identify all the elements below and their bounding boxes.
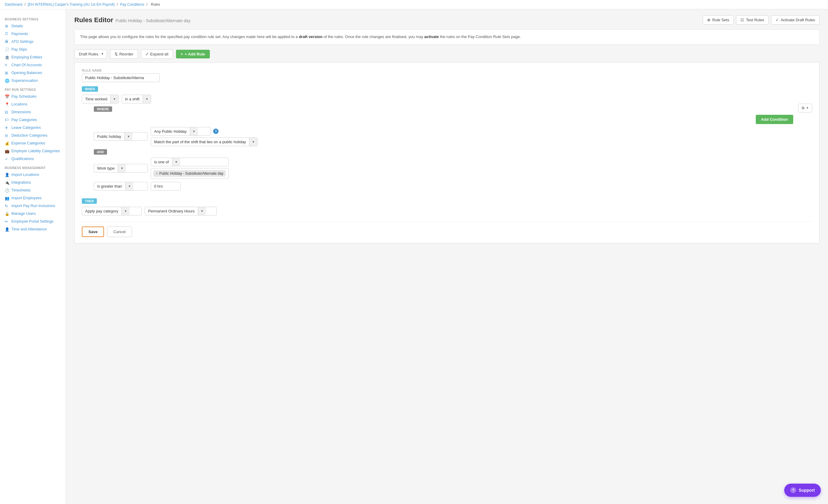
work-type-select[interactable]: Work type <box>94 164 118 172</box>
sidebar-item-import-locations[interactable]: 👤 Import Locations <box>0 171 66 179</box>
breadcrumb-training[interactable]: [EH INTERNAL] Casper's Training (AU 1st … <box>28 2 115 7</box>
apply-pay-category-arrow[interactable]: ▼ <box>121 207 129 215</box>
when-section: WHEN Time worked ▼ <box>82 86 812 193</box>
sidebar-item-import-pay-run[interactable]: ↻ Import Pay Run Inclusions <box>0 202 66 210</box>
pay-slips-icon: 📄 <box>5 47 9 51</box>
add-condition-button[interactable]: Add Condition <box>756 115 793 124</box>
any-public-holiday-select[interactable]: Any Public Holiday <box>151 127 190 135</box>
sidebar-item-dimensions[interactable]: ⊟ Dimensions <box>0 108 66 116</box>
sidebar-item-import-employees[interactable]: 👥 Import Employees <box>0 194 66 202</box>
permanent-ordinary-select[interactable]: Permanent Ordinary Hours <box>145 207 198 215</box>
rule-card: Rule name WHEN Time worked <box>74 62 820 243</box>
public-holiday-select-wrapper[interactable]: Public holiday ▼ <box>94 132 148 141</box>
sidebar-item-expense-categories[interactable]: 💰 Expense Categories <box>0 139 66 147</box>
add-rule-button[interactable]: + + Add Rule <box>176 50 210 58</box>
work-type-select-wrapper[interactable]: Work type ▼ <box>94 164 148 173</box>
content-area: Rules Editor Public Holiday - Substitute… <box>66 9 828 504</box>
sidebar-item-deduction-categories[interactable]: ⊖ Deduction Categories <box>0 132 66 139</box>
sidebar-item-employing-entities[interactable]: 🏦 Employing Entities <box>0 53 66 61</box>
page-subtitle: Public Holiday - Substitute/Alternate da… <box>116 18 191 23</box>
sidebar-item-chart-of-accounts[interactable]: ≡ Chart Of Accounts <box>0 61 66 69</box>
draft-rules-button[interactable]: Draft Rules ▼ <box>74 49 107 59</box>
when-condition-row: Time worked ▼ in a shift ▼ <box>82 95 793 103</box>
sidebar-item-qualifications[interactable]: ✓ Qualifications <box>0 155 66 163</box>
sidebar-item-integrations[interactable]: 🔌 Integrations <box>0 179 66 186</box>
expense-icon: 💰 <box>5 141 9 145</box>
activate-draft-rules-button[interactable]: ✓ Activate Draft Rules <box>771 15 820 25</box>
sidebar-item-pay-categories[interactable]: 🏷 Pay Categories <box>0 116 66 124</box>
rule-sets-button[interactable]: ⊕ Rule Sets <box>703 15 734 25</box>
sidebar-item-ato-settings[interactable]: 🏛 ATO Settings <box>0 38 66 46</box>
is-one-of-arrow[interactable]: ▼ <box>172 158 180 166</box>
rule-name-input[interactable] <box>82 74 160 82</box>
is-greater-than-arrow[interactable]: ▼ <box>125 182 133 190</box>
test-rules-button[interactable]: ☑ Test Rules <box>736 15 769 25</box>
hours-input[interactable] <box>151 182 181 191</box>
greater-than-condition-row: is greater than ▼ <box>94 182 793 191</box>
time-worked-select[interactable]: Time worked <box>82 95 110 103</box>
schedules-icon: 📅 <box>5 94 9 99</box>
breadcrumb: Dashboard / [EH INTERNAL] Casper's Train… <box>0 0 828 9</box>
integrations-icon: 🔌 <box>5 180 9 185</box>
add-icon: + <box>181 52 183 56</box>
reorder-button[interactable]: ⇅ Reorder <box>110 49 138 59</box>
in-a-shift-select-wrapper[interactable]: in a shift ▼ <box>122 95 151 103</box>
is-one-of-select[interactable]: is one of <box>151 158 172 166</box>
is-greater-than-select[interactable]: is greater than <box>94 182 125 190</box>
sidebar-item-locations[interactable]: 📍 Locations <box>0 100 66 108</box>
in-a-shift-arrow[interactable]: ▼ <box>143 95 151 103</box>
rule-sets-icon: ⊕ <box>707 18 710 22</box>
gear-settings-button[interactable]: ⚙ ▼ <box>798 104 812 112</box>
sidebar-section-pay-run: PAY RUN SETTINGS <box>0 85 66 93</box>
cancel-button[interactable]: Cancel <box>107 227 132 237</box>
tag-remove-icon[interactable]: × <box>156 171 158 176</box>
sidebar-item-leave-categories[interactable]: ✈ Leave Categories <box>0 124 66 132</box>
apply-pay-category-select[interactable]: Apply pay category <box>82 207 121 215</box>
match-shift-select[interactable]: Match the part of the shift that lies on… <box>151 138 249 146</box>
sidebar-item-time-attendance[interactable]: 👤 Time and Attendance <box>0 225 66 233</box>
toolbar: Draft Rules ▼ ⇅ Reorder ⤢ Expand all + +… <box>74 49 820 59</box>
import-emp-icon: 👥 <box>5 196 9 200</box>
sidebar-item-opening-balances[interactable]: ⊞ Opening Balances <box>0 69 66 77</box>
breadcrumb-dashboard[interactable]: Dashboard <box>5 2 23 7</box>
time-worked-select-wrapper[interactable]: Time worked ▼ <box>82 95 119 103</box>
sidebar-item-payments[interactable]: 🗒 Payments <box>0 30 66 38</box>
save-button[interactable]: Save <box>82 227 104 237</box>
is-one-of-select-wrapper[interactable]: is one of ▼ <box>151 157 229 166</box>
sidebar-item-manage-users[interactable]: 🔒 Manage Users <box>0 210 66 218</box>
sidebar-item-pay-slips[interactable]: 📄 Pay Slips <box>0 46 66 53</box>
public-holiday-select[interactable]: Public holiday <box>94 132 124 141</box>
when-badge: WHEN <box>82 86 98 92</box>
any-public-holiday-arrow[interactable]: ▼ <box>190 127 198 135</box>
any-public-holiday-select-wrapper[interactable]: Any Public Holiday ▼ <box>151 127 211 136</box>
match-shift-arrow[interactable]: ▼ <box>249 138 257 146</box>
breadcrumb-pay-conditions[interactable]: Pay Conditions <box>120 2 144 7</box>
apply-pay-category-select-wrapper[interactable]: Apply pay category ▼ <box>82 207 142 216</box>
expand-all-button[interactable]: ⤢ Expand all <box>141 49 173 59</box>
balances-icon: ⊞ <box>5 71 9 75</box>
public-holiday-arrow[interactable]: ▼ <box>124 132 132 141</box>
deduction-icon: ⊖ <box>5 133 9 138</box>
dropdown-arrow-icon: ▼ <box>101 52 104 55</box>
permanent-ordinary-select-wrapper[interactable]: Permanent Ordinary Hours ▼ <box>145 207 217 216</box>
sidebar-item-pay-schedules[interactable]: 📅 Pay Schedules <box>0 93 66 100</box>
breadcrumb-current: Rules <box>151 2 160 7</box>
time-worked-arrow[interactable]: ▼ <box>110 95 118 103</box>
sidebar-item-employee-portal[interactable]: ✏ Employee Portal Settings <box>0 218 66 225</box>
sidebar: BUSINESS SETTINGS ⚙ Details 🗒 Payments 🏛… <box>0 9 66 504</box>
match-shift-select-wrapper[interactable]: Match the part of the shift that lies on… <box>151 138 257 146</box>
public-holiday-info-icon[interactable]: ? <box>213 129 218 134</box>
is-greater-than-select-wrapper[interactable]: is greater than ▼ <box>94 182 148 191</box>
work-type-arrow[interactable]: ▼ <box>118 164 126 172</box>
import-pay-icon: ↻ <box>5 204 9 208</box>
sidebar-item-timesheets[interactable]: 🕐 Timesheets <box>0 186 66 194</box>
dimensions-icon: ⊟ <box>5 110 9 114</box>
in-a-shift-select[interactable]: in a shift <box>122 95 143 103</box>
work-type-tag-input[interactable]: × Public Holiday - Substitute/Alternate … <box>151 168 229 179</box>
permanent-ordinary-arrow[interactable]: ▼ <box>198 207 206 215</box>
sidebar-item-details[interactable]: ⚙ Details <box>0 22 66 30</box>
sidebar-item-superannuation[interactable]: 🌐 Superannuation <box>0 77 66 85</box>
sidebar-item-employer-liability[interactable]: 💼 Employer Liability Categories <box>0 147 66 155</box>
test-icon: ☑ <box>741 18 744 22</box>
support-button[interactable]: ? Support <box>784 484 821 497</box>
